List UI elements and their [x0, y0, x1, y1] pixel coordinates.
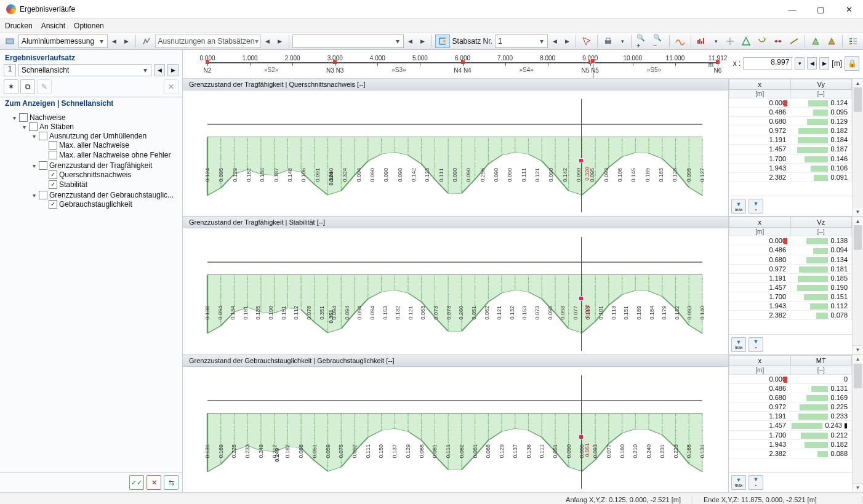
table-row[interactable]: 1.1910.184 — [729, 135, 852, 145]
chk-umhuellende[interactable] — [39, 132, 47, 140]
zoom-in-button[interactable]: 🔍+ — [635, 34, 650, 48]
tree-an-staeben[interactable]: An Stäben — [39, 122, 74, 131]
filter-max-button[interactable]: ▼max — [731, 475, 746, 490]
table-row[interactable]: 0.0000 — [729, 375, 852, 384]
tree-umhuellende[interactable]: Ausnutzung der Umhüllenden — [49, 132, 147, 140]
utilization-prev[interactable]: ◀ — [262, 34, 273, 48]
chk-nachweise[interactable] — [19, 113, 28, 122]
table-row[interactable]: 1.9430.182 — [729, 440, 852, 449]
table-row[interactable]: 2.3820.091 — [729, 173, 852, 182]
select-member-toggle[interactable] — [435, 34, 450, 48]
invert-button[interactable]: ⇆ — [164, 475, 179, 490]
chart-area[interactable]: 0.1240.0950.1290.1820.1840.1870.1460.106… — [207, 99, 702, 212]
show-grid-button[interactable] — [723, 34, 737, 48]
tree-max-aller-ohne[interactable]: Max. aller Nachweise ohne Fehler — [59, 151, 171, 159]
table-row[interactable]: 2.3820.088 — [729, 449, 852, 458]
tree-nachweise[interactable]: Nachweise — [30, 113, 66, 122]
utilization-combo[interactable]: Ausnutzungen an Stabsätzen ▾ — [155, 34, 261, 48]
zoom-out-button[interactable]: 🔍− — [651, 34, 667, 48]
maximize-button[interactable]: ▢ — [806, 0, 835, 18]
loadcase-prev[interactable]: ◀ — [405, 34, 416, 48]
table-row[interactable]: 0.6800.134 — [729, 255, 852, 265]
chk-gebrauch[interactable] — [49, 200, 57, 209]
table-scrollbar[interactable]: ▲▼ — [852, 355, 863, 492]
table-row[interactable]: 1.7000.151 — [729, 292, 852, 302]
close-button[interactable]: ✕ — [835, 0, 863, 18]
filter-button[interactable]: ▼• — [749, 337, 763, 352]
table-row[interactable]: 1.4570.243 ▮ — [729, 421, 852, 431]
chk-max-aller[interactable] — [49, 141, 57, 150]
quick-view-next[interactable]: ▶ — [167, 64, 179, 76]
table-row[interactable]: 0.4860.094 — [729, 246, 852, 255]
smoothing-button[interactable] — [673, 34, 688, 48]
edit-set-button[interactable]: ✎ — [37, 79, 52, 94]
filter-button[interactable]: ▼• — [749, 475, 763, 490]
model-view-a-button[interactable] — [808, 34, 823, 48]
result-values-button[interactable] — [694, 34, 709, 48]
print-button[interactable] — [601, 34, 616, 48]
quick-view-combo[interactable]: Schnellansicht ▾ — [18, 64, 151, 76]
table-row[interactable]: 0.6800.129 — [729, 117, 852, 126]
chk-max-aller-ohne[interactable] — [49, 151, 57, 159]
table-row[interactable]: 0.0000.124 — [729, 98, 852, 108]
table-row[interactable]: 1.4570.190 — [729, 283, 852, 292]
new-set-button[interactable]: ✶ — [4, 79, 18, 94]
check-all-button[interactable]: ✓✓ — [129, 475, 144, 490]
table-row[interactable]: 0.9720.182 — [729, 126, 852, 135]
position-ruler[interactable]: 0.0001.0002.0003.0004.0005.0006.0007.000… — [183, 50, 863, 79]
result-values-menu[interactable]: ▾ — [710, 34, 721, 48]
releases-button[interactable] — [771, 34, 785, 48]
tree-qsn[interactable]: Querschnittsnachweis — [59, 170, 131, 179]
table-row[interactable]: 2.3820.078 — [729, 311, 852, 320]
chk-gzg[interactable] — [39, 191, 47, 199]
table-row[interactable]: 1.9430.106 — [729, 164, 852, 173]
filter-max-button[interactable]: ▼max — [731, 337, 746, 352]
menu-print[interactable]: Drucken — [5, 22, 33, 30]
set-number-combo[interactable]: 1 ▾ — [495, 34, 548, 48]
table-row[interactable]: 1.1910.233 — [729, 412, 852, 421]
uncheck-all-button[interactable]: ✕ — [147, 475, 161, 490]
loadcase-combo[interactable]: ▾ — [292, 34, 404, 48]
tree-gebrauch[interactable]: Gebrauchstauglichkeit — [59, 200, 132, 209]
chart-area[interactable]: 0.1310.1690.2250.2330.2490.2120.1820.088… — [207, 375, 702, 489]
minimize-button[interactable]: — — [778, 0, 806, 18]
print-menu[interactable]: ▾ — [617, 34, 628, 48]
design-prev[interactable]: ◀ — [109, 34, 120, 48]
x-step-next[interactable]: ▶ — [819, 57, 829, 70]
show-supports-button[interactable] — [739, 34, 753, 48]
legend-button[interactable] — [846, 34, 861, 48]
table-row[interactable]: 1.9430.112 — [729, 302, 852, 311]
chk-gzt[interactable] — [39, 161, 47, 170]
x-value-dropdown[interactable]: ▾ — [795, 57, 805, 70]
table-row[interactable]: 0.9720.181 — [729, 265, 852, 274]
table-row[interactable]: 1.1910.185 — [729, 274, 852, 283]
table-scrollbar[interactable]: ▲▼ — [852, 79, 863, 216]
twisty-icon[interactable]: ▾ — [21, 124, 27, 130]
table-row[interactable]: 0.9720.225 — [729, 402, 852, 412]
model-view-b-button[interactable] — [824, 34, 839, 48]
quick-view-prev[interactable]: ◀ — [154, 64, 165, 76]
tree-max-aller[interactable]: Max. aller Nachweise — [59, 141, 129, 150]
x-value-input[interactable]: 8.997 — [743, 57, 792, 70]
table-row[interactable]: 1.4570.187 — [729, 145, 852, 154]
table-row[interactable]: 0.6800.169 — [729, 393, 852, 402]
filter-max-button[interactable]: ▼max — [731, 199, 746, 214]
result-set-index[interactable]: 1 — [4, 64, 16, 76]
twisty-icon[interactable]: ▾ — [31, 192, 37, 199]
chart-area[interactable]: 0.1380.0940.1340.1810.1850.1900.1510.112… — [207, 237, 702, 350]
chk-stabilitaet[interactable] — [49, 180, 57, 189]
copy-set-button[interactable]: ⧉ — [20, 79, 35, 94]
utilization-next[interactable]: ▶ — [275, 34, 286, 48]
chk-qsn[interactable] — [49, 170, 57, 179]
tree-gzg[interactable]: Grenzzustand der Gebrauchstauglic... — [49, 191, 174, 199]
table-row[interactable]: 0.4860.131 — [729, 384, 852, 393]
tree-stabilitaet[interactable]: Stabilität — [59, 180, 87, 189]
x-step-prev[interactable]: ◀ — [807, 57, 817, 70]
table-row[interactable]: 0.4860.095 — [729, 108, 852, 117]
twisty-icon[interactable]: ▾ — [11, 114, 17, 121]
table-row[interactable]: 1.7000.146 — [729, 154, 852, 164]
tree-gzt[interactable]: Grenzzustand der Tragfähigkeit — [49, 161, 152, 170]
pick-in-model-button[interactable] — [579, 34, 594, 48]
set-prev[interactable]: ◀ — [549, 34, 560, 48]
x-lock-button[interactable]: 🔒 — [845, 56, 859, 71]
